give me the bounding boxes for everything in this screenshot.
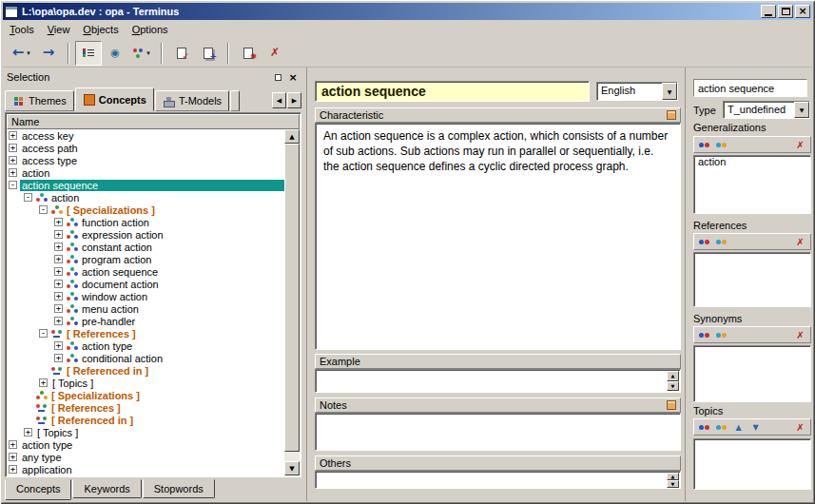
detail-section-list[interactable] <box>693 438 811 490</box>
mini-scrollbar[interactable] <box>667 371 679 391</box>
tab-partial[interactable] <box>230 90 240 111</box>
chevron-down-icon[interactable] <box>794 102 809 118</box>
tree-row[interactable]: +conditional action <box>7 352 284 364</box>
tree-row[interactable]: -action sequence <box>7 179 284 191</box>
minimize-button[interactable] <box>761 5 776 18</box>
section-text[interactable] <box>315 471 681 489</box>
term-display[interactable]: action sequence <box>315 81 590 102</box>
tree-row[interactable]: [ Referenced in ] <box>7 414 284 426</box>
tree-row[interactable]: +[ Topics ] <box>7 377 284 389</box>
expand-plus-icon[interactable]: + <box>9 144 17 152</box>
link-button[interactable] <box>696 235 712 248</box>
link-button[interactable] <box>696 420 712 434</box>
menu-view[interactable]: View <box>41 22 77 37</box>
tab-themes[interactable]: Themes <box>5 90 74 111</box>
tab-scroll-left-button[interactable] <box>272 92 286 108</box>
tree-row[interactable]: +pre-handler <box>7 315 284 327</box>
scroll-up-icon[interactable] <box>667 473 679 480</box>
tree-column-header[interactable]: Name <box>7 114 300 129</box>
expand-plus-icon[interactable]: + <box>54 218 63 226</box>
expand-minus-icon[interactable]: - <box>9 181 17 189</box>
new-button[interactable] <box>713 138 729 151</box>
expand-plus-icon[interactable]: + <box>9 465 17 474</box>
expand-plus-icon[interactable]: + <box>9 131 17 140</box>
close-panel-icon[interactable] <box>286 71 300 84</box>
dock-pin-icon[interactable] <box>271 71 284 84</box>
mini-scrollbar[interactable] <box>667 473 679 487</box>
note-icon[interactable] <box>667 110 676 120</box>
move-up-button[interactable] <box>730 420 747 434</box>
section-text[interactable] <box>315 413 681 451</box>
scroll-down-icon[interactable] <box>284 461 300 475</box>
cancel-button[interactable] <box>262 41 288 66</box>
expand-minus-icon[interactable]: - <box>39 329 48 338</box>
expand-plus-icon[interactable]: + <box>54 292 63 300</box>
tree-row[interactable]: +function action <box>7 216 284 228</box>
menu-options[interactable]: Options <box>126 22 175 37</box>
bottom-tab-stopwords[interactable]: Stopwords <box>143 479 215 498</box>
expand-plus-icon[interactable]: + <box>54 280 63 288</box>
tree-row[interactable]: +any type <box>7 451 284 463</box>
expand-plus-icon[interactable]: + <box>9 168 17 177</box>
detail-section-list[interactable] <box>693 345 811 402</box>
delete-button[interactable] <box>792 328 808 341</box>
tree-row[interactable]: +program action <box>7 253 284 265</box>
document-copy-button[interactable] <box>195 41 222 66</box>
new-button[interactable] <box>713 235 729 248</box>
expand-plus-icon[interactable]: + <box>9 156 17 165</box>
expand-plus-icon[interactable]: + <box>39 378 48 387</box>
expand-plus-icon[interactable]: + <box>54 304 63 313</box>
scrollbar-thumb[interactable] <box>284 144 300 452</box>
expand-plus-icon[interactable]: + <box>9 453 17 461</box>
bottom-tab-concepts[interactable]: Concepts <box>5 479 71 500</box>
scroll-down-icon[interactable] <box>667 480 679 488</box>
tree-row[interactable]: +action type <box>7 339 284 352</box>
menu-objects[interactable]: Objects <box>76 22 125 37</box>
note-icon[interactable] <box>667 400 676 410</box>
move-down-button[interactable] <box>747 420 764 434</box>
delete-button[interactable] <box>792 420 808 434</box>
concept-net-button[interactable] <box>102 41 128 66</box>
tree-row[interactable]: +constant action <box>7 241 284 253</box>
list-item[interactable]: action <box>694 156 810 168</box>
scroll-up-icon[interactable] <box>284 129 300 144</box>
view-mode-button[interactable] <box>128 41 155 66</box>
document-check-button[interactable] <box>168 41 195 66</box>
expand-minus-icon[interactable]: - <box>24 193 32 202</box>
expand-plus-icon[interactable]: + <box>54 267 63 276</box>
expand-plus-icon[interactable]: + <box>54 317 63 325</box>
tree-row[interactable]: +action sequence <box>7 265 284 278</box>
link-button[interactable] <box>696 138 712 151</box>
menu-tools[interactable]: Tools <box>3 22 41 37</box>
expand-plus-icon[interactable]: + <box>24 428 32 436</box>
tree-row[interactable]: +menu action <box>7 302 284 315</box>
tree-view-button[interactable] <box>75 41 102 66</box>
expand-minus-icon[interactable]: - <box>39 205 48 214</box>
term-input[interactable] <box>693 79 807 97</box>
tree-row[interactable]: +window action <box>7 290 284 302</box>
tree-row[interactable]: +access path <box>7 142 284 154</box>
back-button[interactable] <box>9 41 35 66</box>
expand-plus-icon[interactable]: + <box>54 341 63 350</box>
chevron-down-icon[interactable] <box>25 50 32 56</box>
tree-row[interactable]: +access key <box>7 129 284 142</box>
expand-plus-icon[interactable]: + <box>54 242 63 251</box>
tree-scrollbar[interactable] <box>284 129 300 475</box>
tree-row[interactable]: +access type <box>7 154 284 166</box>
tab-t-models[interactable]: T-Models <box>155 90 229 111</box>
language-select[interactable]: English <box>596 82 678 101</box>
tree-row[interactable]: -action <box>7 191 284 204</box>
tree-row[interactable]: -[ Specializations ] <box>7 204 284 216</box>
expand-plus-icon[interactable]: + <box>9 440 17 449</box>
tab-concepts[interactable]: Concepts <box>75 87 154 111</box>
tree-row[interactable]: +[ Topics ] <box>7 426 284 438</box>
delete-button[interactable] <box>792 235 808 248</box>
new-button[interactable] <box>713 328 729 341</box>
tree-row[interactable]: [ References ] <box>7 401 284 414</box>
detail-section-list[interactable]: action <box>693 155 811 214</box>
maximize-button[interactable] <box>778 5 793 18</box>
tree-row[interactable]: +expression action <box>7 228 284 241</box>
document-search-button[interactable] <box>235 41 262 66</box>
tree-row[interactable]: +action type <box>7 438 284 451</box>
section-text[interactable] <box>315 369 681 393</box>
